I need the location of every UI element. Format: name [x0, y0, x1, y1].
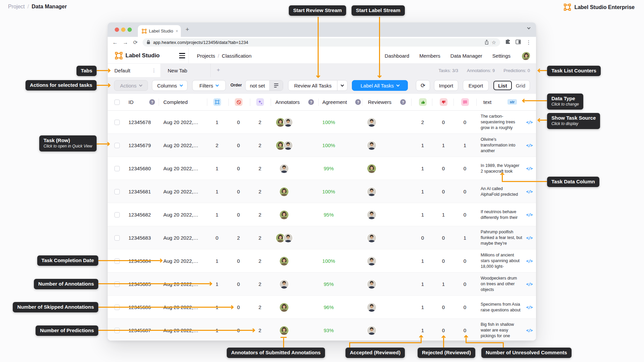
import-button[interactable]: Import [434, 80, 458, 91]
reviewer-avatars[interactable] [358, 273, 385, 296]
tab-close-icon[interactable]: × [175, 28, 178, 34]
tab-search-chevron-icon[interactable] [528, 28, 530, 29]
show-task-source-icon[interactable]: </> [524, 273, 534, 296]
bookmark-star-icon[interactable]: ☆ [492, 40, 496, 46]
id-help-icon[interactable]: ? [149, 99, 155, 105]
annotator-avatars[interactable] [270, 273, 298, 296]
annotator-avatars[interactable] [270, 296, 298, 319]
reviewer-avatars[interactable] [358, 203, 385, 226]
tab-kebab-icon[interactable]: ⋮ [152, 68, 156, 73]
traffic-light-zoom[interactable] [127, 27, 132, 32]
col-text-label[interactable]: text [483, 99, 491, 105]
columns-button[interactable]: Columns [152, 80, 187, 91]
grid-view-button[interactable]: Grid [512, 83, 529, 88]
col-id-label[interactable]: ID [128, 99, 133, 105]
agreement-help-icon[interactable]: ? [355, 99, 361, 105]
traffic-light-minimize[interactable] [121, 27, 125, 32]
address-bar[interactable]: app.heartex.com/projects/123456/data?tab… [143, 38, 500, 47]
show-task-source-icon[interactable]: </> [524, 226, 534, 249]
traffic-light-close[interactable] [115, 27, 119, 32]
col-completed-label[interactable]: Completed [163, 99, 188, 105]
reviewer-avatars[interactable] [358, 134, 385, 157]
label-all-tasks-button[interactable]: Label All Tasks [352, 80, 408, 91]
data-type-badge[interactable]: str [507, 99, 517, 105]
reviewer-avatars[interactable] [358, 226, 385, 249]
comments-icon[interactable] [461, 98, 469, 106]
annotator-avatars[interactable] [270, 157, 298, 180]
reviewer-avatars[interactable] [358, 157, 385, 180]
reviewer-avatars[interactable] [358, 319, 385, 341]
export-button[interactable]: Export [463, 80, 489, 91]
tab-new-tab[interactable]: New Tab [160, 64, 211, 77]
sort-direction-icon[interactable] [269, 80, 283, 90]
skipped-annotations-icon[interactable] [235, 98, 243, 106]
reviewers-help-icon[interactable]: ? [400, 99, 406, 105]
table-row[interactable]: 12345678 Aug 20 2022,… 1 0 2 100% 2 0 0 … [108, 111, 536, 134]
back-icon[interactable]: ← [112, 40, 118, 45]
col-annotators-label[interactable]: Annotators [275, 99, 300, 105]
nav-settings[interactable]: Settings [492, 53, 511, 59]
annotators-help-icon[interactable]: ? [308, 99, 314, 105]
side-panel-icon[interactable] [516, 39, 521, 46]
show-task-source-icon[interactable]: </> [524, 111, 534, 134]
new-tab-icon[interactable]: + [185, 26, 189, 33]
show-task-source-icon[interactable]: </> [524, 180, 534, 203]
nav-members[interactable]: Members [419, 53, 440, 59]
annotator-avatars[interactable] [270, 203, 298, 226]
row-checkbox[interactable] [114, 111, 120, 134]
show-task-source-icon[interactable]: </> [524, 249, 534, 273]
hamburger-menu-icon[interactable] [179, 53, 185, 58]
annotator-avatars[interactable] [270, 226, 298, 249]
reload-icon[interactable]: ⟳ [133, 40, 138, 45]
row-checkbox[interactable] [114, 157, 120, 180]
annotator-avatars[interactable] [270, 134, 298, 157]
col-agreement-label[interactable]: Agreement [322, 99, 347, 105]
reviewer-avatars[interactable] [358, 180, 385, 203]
row-checkbox[interactable] [114, 134, 120, 157]
breadcrumb-project[interactable]: Project [8, 4, 25, 10]
tab-default[interactable]: Default ⋮ [108, 64, 160, 77]
table-row[interactable]: 12345679 Aug 20 2022,… 2 0 2 100% 1 1 1 … [108, 134, 536, 157]
browser-menu-kebab-icon[interactable]: ⋮ [526, 40, 531, 45]
order-control[interactable]: not set [245, 80, 283, 91]
show-task-source-icon[interactable]: </> [524, 296, 534, 319]
extensions-puzzle-icon[interactable] [505, 39, 511, 46]
reviewer-avatars[interactable] [358, 249, 385, 273]
filters-button[interactable]: Filters [192, 80, 226, 91]
row-checkbox[interactable] [114, 226, 120, 249]
app-breadcrumb-projects[interactable]: Projects [197, 53, 215, 59]
annotator-avatars[interactable] [270, 180, 298, 203]
row-checkbox[interactable] [114, 180, 120, 203]
col-reviewers-label[interactable]: Reviewers [368, 99, 391, 105]
show-task-source-icon[interactable]: </> [524, 319, 534, 341]
browser-tab[interactable]: Label Studio × [138, 25, 181, 37]
actions-button[interactable]: Actions [114, 80, 148, 91]
accepted-thumbs-up-icon[interactable] [419, 98, 427, 106]
add-view-tab-icon[interactable]: + [217, 67, 220, 73]
row-checkbox[interactable] [114, 203, 120, 226]
review-dropdown-chevron-icon[interactable] [337, 80, 347, 90]
reviewer-avatars[interactable] [358, 111, 385, 134]
review-all-tasks-button[interactable]: Review All Tasks [288, 80, 337, 90]
table-row[interactable]: 12345680 Aug 20 2022,… 1 0 2 99% 1 0 0 I… [108, 157, 536, 180]
show-task-source-icon[interactable]: </> [524, 157, 534, 180]
rejected-thumbs-down-icon[interactable] [440, 98, 447, 106]
table-row[interactable]: 12345684 Aug 20 2022,… 1 0 2 100% 1 0 0 … [108, 249, 536, 273]
order-value[interactable]: not set [246, 80, 269, 90]
share-icon[interactable] [484, 40, 489, 46]
annotator-avatars[interactable] [270, 111, 298, 134]
annotations-count-icon[interactable] [213, 98, 221, 106]
table-row[interactable]: 12345682 Aug 20 2022,… 1 0 2 95% 1 1 0 I… [108, 203, 536, 226]
show-task-source-icon[interactable]: </> [524, 134, 534, 157]
refresh-button[interactable]: ⟳ [416, 80, 430, 91]
table-row[interactable]: 12345683 Aug 20 2022,… 0 2 2 0 0 1 Pahru… [108, 226, 536, 249]
predictions-sparkles-icon[interactable] [256, 98, 264, 106]
app-logo[interactable]: Label Studio [115, 52, 160, 59]
user-avatar[interactable] [521, 51, 531, 61]
reviewer-avatars[interactable] [358, 296, 385, 319]
nav-data-manager[interactable]: Data Manager [450, 53, 482, 59]
nav-dashboard[interactable]: Dashboard [385, 53, 409, 59]
annotator-avatars[interactable] [270, 249, 298, 273]
list-view-button[interactable]: List [493, 81, 512, 90]
table-row[interactable]: 12345681 Aug 20 2022,… 1 0 2 100% 1 0 0 … [108, 180, 536, 203]
